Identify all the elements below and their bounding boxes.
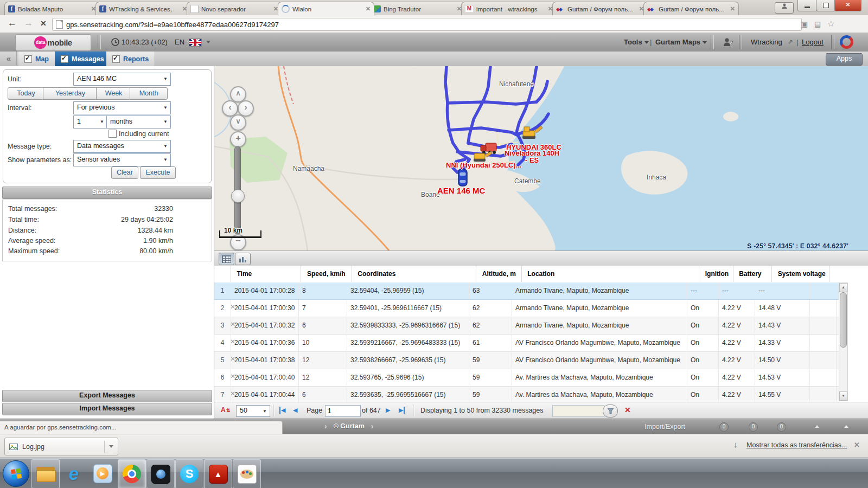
browser-tab-3[interactable]: Novo separador [187, 2, 282, 16]
taskbar-ie-button[interactable]: e [60, 459, 87, 487]
stop-loading-button[interactable]: ✕ [40, 19, 47, 28]
unit-label-marker[interactable]: - ES [525, 156, 539, 164]
header-ignition[interactable]: Ignition [702, 266, 733, 282]
month-button[interactable]: Month [130, 87, 168, 100]
prev-page-button[interactable] [293, 407, 297, 414]
table-view-button[interactable] [219, 253, 234, 265]
window-restore-button[interactable] [816, 0, 835, 11]
taskbar-skype-button[interactable]: S [175, 459, 203, 488]
yesterday-button[interactable]: Yesterday [43, 87, 98, 100]
browser-profile-button[interactable] [775, 2, 794, 14]
interval-unit-select[interactable]: months [106, 115, 171, 129]
filter-input[interactable] [552, 405, 604, 417]
scrollbar-thumb[interactable] [840, 292, 847, 348]
header-system-voltage[interactable]: System voltage [775, 266, 829, 282]
show-all-downloads-link[interactable]: Mostrar todas as transferências... [746, 441, 847, 449]
account-name[interactable]: Wtracking [751, 38, 782, 46]
datamobile-logo[interactable]: data mobile [15, 34, 91, 51]
header-altitude[interactable]: Altitude, m [479, 266, 522, 282]
url-field[interactable]: gps.sensetracking.com/?sid=e9ae10bffee48… [52, 18, 802, 31]
download-bar-close-icon[interactable]: ✕ [854, 441, 860, 449]
messages-checkbox[interactable] [61, 55, 68, 63]
header-time[interactable]: Time [233, 266, 301, 282]
scroll-down-arrow[interactable]: ▼ [839, 391, 847, 401]
table-row[interactable]: 32015-04-01 17:00:32632.5939833333, -25.… [214, 317, 839, 335]
header-location[interactable]: Location [524, 266, 699, 282]
browser-tab-8[interactable]: ◆◆ Gurtam / Форум поль... [643, 2, 739, 16]
apps-button[interactable]: Apps [826, 53, 863, 66]
header-speed[interactable]: Speed, km/h [304, 266, 352, 282]
reports-checkbox[interactable] [112, 55, 120, 63]
import-export-link[interactable]: Import/Export [644, 423, 685, 431]
browser-tab-5[interactable]: Bing Tradutor [370, 2, 465, 16]
clear-filter-button[interactable] [624, 406, 631, 414]
table-row[interactable]: 62015-04-01 17:00:401232.593765, -25.969… [214, 369, 839, 387]
header-battery[interactable]: Battery [736, 266, 772, 282]
chart-view-button[interactable] [235, 253, 251, 265]
tools-menu[interactable]: Tools [624, 38, 649, 46]
browser-tab-2[interactable]: WTracking & Services, [95, 2, 191, 16]
gurtam-maps-menu[interactable]: Gurtam Maps [655, 38, 707, 46]
browser-tab-6[interactable]: important - wtrackings [461, 2, 557, 16]
filter-button[interactable] [603, 404, 618, 418]
window-close-button[interactable]: ✕ [834, 0, 861, 11]
map-pane[interactable]: Nichafutene Namaacha Boane Catembe Inhac… [214, 66, 868, 251]
tab-map[interactable]: Map [18, 52, 55, 66]
clear-button[interactable]: Clear [111, 166, 138, 179]
tab-list-icon[interactable]: ▤ [814, 20, 821, 28]
message-type-select[interactable]: Data messages [73, 140, 171, 153]
tab-messages[interactable]: Messages [55, 52, 111, 66]
export-messages-button[interactable]: Export Messages [2, 390, 212, 402]
external-link-icon[interactable]: ⇗ [788, 38, 793, 46]
forward-button[interactable]: → [24, 18, 33, 29]
back-button[interactable]: ← [8, 18, 17, 29]
header-coordinates[interactable]: Coordinates [354, 266, 476, 282]
scroll-up-arrow[interactable]: ▲ [839, 283, 847, 292]
user-settings-icon[interactable] [723, 37, 733, 47]
sort-icon[interactable]: A [221, 406, 230, 414]
taskbar-media-player-button[interactable]: ▶ [89, 459, 116, 487]
logout-link[interactable]: Logout [802, 38, 824, 46]
tab-reports[interactable]: Reports [106, 52, 155, 66]
taskbar-chrome-button[interactable] [118, 459, 146, 488]
table-row[interactable]: 12015-04-01 17:00:28832.59404, -25.96959… [214, 282, 839, 300]
bookmark-star-icon[interactable]: ☆ [827, 19, 834, 29]
table-row[interactable]: 52015-04-01 17:00:381232.5938266667, -25… [214, 352, 839, 369]
interval-count-select[interactable]: 1 [73, 115, 107, 129]
start-button[interactable] [3, 460, 29, 487]
pan-down-button[interactable] [230, 114, 246, 131]
page-size-select[interactable]: 50 [236, 405, 270, 417]
zoom-in-button[interactable] [230, 131, 246, 147]
interval-select[interactable]: For previous [73, 101, 171, 114]
unit-select[interactable]: AEN 146 MC [73, 73, 171, 86]
zoom-slider-handle[interactable] [231, 189, 245, 203]
today-button[interactable]: Today [8, 87, 44, 100]
last-page-button[interactable] [399, 407, 405, 414]
window-minimize-button[interactable] [797, 0, 817, 11]
page-number-input[interactable] [325, 405, 361, 417]
taskbar-photo-viewer-button[interactable] [146, 459, 175, 488]
language-label[interactable]: EN [175, 38, 184, 46]
taskbar-adobe-reader-button[interactable]: ▲ [204, 459, 232, 488]
collapse-panel-button[interactable] [1, 52, 17, 66]
copyright-text[interactable]: © Gurtam [334, 422, 365, 430]
show-params-select[interactable]: Sensor values [73, 153, 171, 166]
tab-close-icon[interactable] [730, 5, 735, 12]
taskbar-explorer-button[interactable] [31, 459, 60, 488]
map-checkbox[interactable] [24, 55, 32, 63]
browser-tab-wialon-active[interactable]: Wialon [278, 2, 374, 16]
table-row[interactable]: 42015-04-01 17:00:361032.5939216667, -25… [214, 335, 839, 352]
download-menu-chevron-icon[interactable] [109, 445, 113, 448]
unit-label-marker[interactable]: NNI (Hyundai 250LC)... [446, 161, 521, 169]
browser-tab-7[interactable]: ◆◆ Gurtam / Форум поль... [552, 2, 648, 16]
download-item[interactable]: Log.jpg [4, 438, 118, 455]
expand-log-icon[interactable] [844, 425, 848, 428]
table-scrollbar[interactable]: ▲ ▼ [839, 282, 848, 401]
table-row[interactable]: 22015-04-01 17:00:30732.59401, -25.96961… [214, 300, 839, 317]
first-page-button[interactable] [279, 407, 285, 414]
next-page-button[interactable] [386, 407, 390, 414]
execute-button[interactable]: Execute [140, 166, 176, 179]
week-button[interactable]: Week [96, 87, 131, 100]
tab-close-icon[interactable] [366, 5, 371, 12]
unit-label-marker[interactable]: AEN 146 MC [437, 186, 485, 195]
